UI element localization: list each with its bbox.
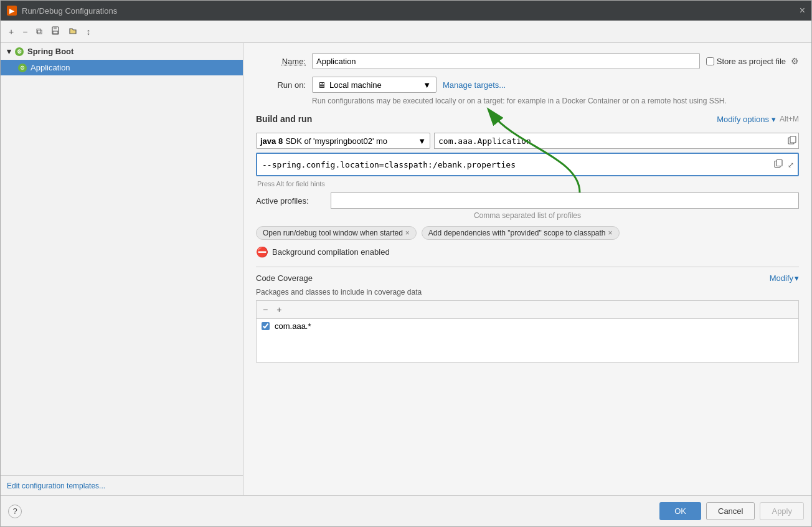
cancel-button[interactable]: Cancel	[706, 502, 755, 520]
app-icon: ▶	[7, 6, 17, 16]
run-on-label: Run on:	[256, 80, 306, 90]
remove-config-button[interactable]: −	[19, 25, 31, 39]
sidebar-footer: Edit configuration templates...	[1, 475, 243, 495]
coverage-entry-checkbox[interactable]	[262, 322, 270, 330]
config-tags-row: Open run/debug tool window when started …	[256, 226, 799, 240]
coverage-add-button[interactable]: +	[273, 303, 285, 316]
title-bar: ▶ Run/Debug Configurations ×	[1, 1, 811, 21]
svg-rect-1	[54, 27, 57, 29]
modify-options-arrow-icon: ▾	[772, 115, 776, 124]
help-button[interactable]: ?	[8, 505, 22, 518]
coverage-remove-button[interactable]: −	[259, 303, 271, 316]
name-and-store-row: Name: Store as project file ⚙	[256, 53, 799, 69]
run-on-hint: Run configurations may be executed local…	[312, 95, 799, 107]
sidebar-item-label: Application	[31, 63, 70, 72]
content-area: Name: Store as project file ⚙ Run on: 🖥 …	[243, 43, 811, 495]
name-label: Name:	[256, 57, 306, 66]
close-button[interactable]: ×	[800, 6, 805, 16]
dropdown-arrow-icon: ▼	[423, 80, 431, 90]
code-coverage-title: Code Coverage	[256, 273, 313, 283]
build-run-title: Build and run	[256, 114, 312, 124]
sidebar-item-application[interactable]: ⚙ Application	[1, 60, 243, 75]
profiles-row: Active profiles:	[256, 192, 799, 209]
tag-add-dependencies: Add dependencies with "provided" scope t…	[422, 226, 620, 240]
main-area: ▾ ⚙ Spring Boot ⚙ Application Edit confi…	[1, 43, 811, 495]
java-dropdown-arrow-icon: ▼	[418, 136, 426, 146]
code-coverage-modify-link[interactable]: Modify ▾	[770, 273, 799, 283]
modify-options-link[interactable]: Modify options ▾	[717, 115, 776, 124]
run-debug-dialog: ▶ Run/Debug Configurations × + − ⧉ ↕ ▾ ⚙…	[0, 0, 812, 527]
sort-config-button[interactable]: ↕	[83, 25, 93, 39]
svg-rect-6	[777, 160, 782, 166]
run-on-dropdown[interactable]: 🖥 Local machine ▼	[312, 77, 437, 93]
vm-options-input[interactable]	[256, 153, 799, 176]
expand-icon: ▾	[7, 47, 11, 56]
build-run-header: Build and run Modify options ▾ Alt+M	[256, 114, 799, 126]
vm-copy-button[interactable]	[773, 158, 784, 171]
warning-text: Background compilation enabled	[272, 247, 390, 257]
dialog-title: Run/Debug Configurations	[22, 6, 117, 16]
store-as-project-checkbox[interactable]	[706, 57, 714, 65]
remove-tag1-button[interactable]: ×	[405, 229, 410, 237]
name-input[interactable]	[312, 53, 700, 69]
vm-expand-button[interactable]: ⤢	[786, 158, 795, 171]
java-label: java 8	[260, 136, 283, 146]
code-coverage-header: Code Coverage Modify ▾	[256, 273, 799, 283]
class-copy-icon-button[interactable]	[788, 136, 796, 146]
java-class-row: java 8 SDK of 'myspringboot02' mo ▼	[256, 133, 799, 149]
open-config-button[interactable]	[65, 24, 80, 39]
remove-tag2-button[interactable]: ×	[608, 229, 613, 237]
coverage-description: Packages and classes to include in cover…	[256, 288, 799, 297]
class-input[interactable]	[434, 133, 799, 149]
spring-icon: ⚙	[15, 47, 24, 56]
manage-targets-link[interactable]: Manage targets...	[443, 80, 506, 90]
profiles-label: Active profiles:	[256, 196, 324, 206]
alt-shortcut-label: Alt+M	[780, 115, 799, 123]
coverage-table-toolbar: − +	[257, 301, 798, 319]
bottom-bar: ? OK Cancel Apply	[1, 495, 811, 526]
sidebar-group-spring-boot[interactable]: ▾ ⚙ Spring Boot	[1, 43, 243, 60]
section-divider	[256, 267, 799, 267]
coverage-entry-row: com.aaa.*	[257, 319, 798, 333]
save-config-button[interactable]	[48, 24, 63, 39]
machine-icon: 🖥	[318, 80, 326, 90]
class-field-row	[434, 133, 799, 149]
vm-icons-group: ⤢	[773, 158, 795, 171]
copy-config-button[interactable]: ⧉	[33, 24, 45, 39]
svg-rect-2	[53, 31, 58, 34]
java-rest-label: SDK of 'myspringboot02' mo	[285, 136, 387, 146]
edit-templates-link[interactable]: Edit configuration templates...	[7, 482, 105, 490]
coverage-entry-label: com.aaa.*	[275, 321, 311, 331]
field-hint: Press Alt for field hints	[257, 180, 799, 188]
machine-label: Local machine	[329, 80, 382, 90]
store-as-project-label[interactable]: Store as project file	[706, 57, 786, 66]
run-on-row: Run on: 🖥 Local machine ▼ Manage targets…	[256, 77, 799, 93]
warning-row: ⛔ Background compilation enabled	[256, 246, 799, 258]
modify-arrow-icon: ▾	[795, 273, 799, 283]
coverage-table: − + com.aaa.*	[256, 300, 799, 363]
add-config-button[interactable]: +	[6, 25, 17, 39]
configurations-toolbar: + − ⧉ ↕	[1, 21, 811, 43]
apply-button[interactable]: Apply	[760, 502, 804, 520]
profiles-input[interactable]	[331, 192, 799, 209]
sidebar: ▾ ⚙ Spring Boot ⚙ Application Edit confi…	[1, 43, 243, 495]
svg-rect-4	[790, 136, 796, 143]
sidebar-item-icon: ⚙	[18, 64, 27, 72]
java-sdk-dropdown[interactable]: java 8 SDK of 'myspringboot02' mo ▼	[256, 133, 430, 149]
store-settings-gear-icon[interactable]: ⚙	[791, 56, 799, 66]
tag-open-tool-window: Open run/debug tool window when started …	[256, 226, 417, 240]
warning-icon: ⛔	[256, 246, 268, 258]
ok-button[interactable]: OK	[659, 502, 701, 520]
sidebar-group-label: Spring Boot	[27, 47, 73, 56]
vm-options-box: ⤢	[256, 153, 799, 176]
profiles-hint: Comma separated list of profiles	[256, 211, 799, 220]
